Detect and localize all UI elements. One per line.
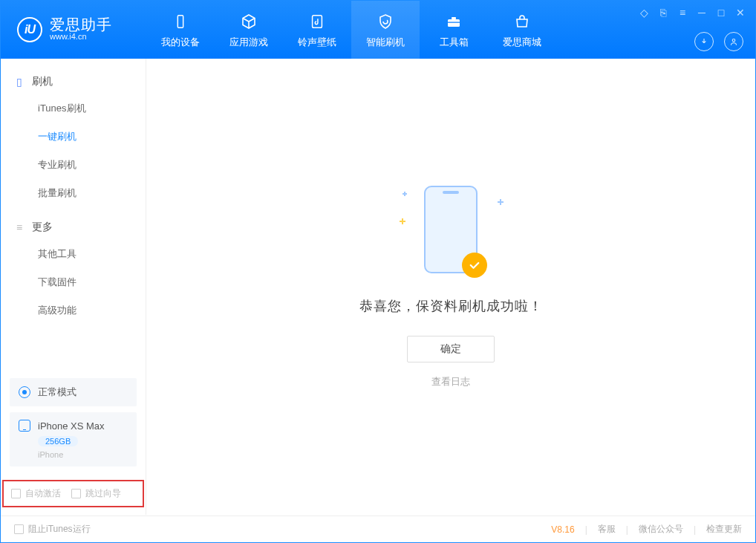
minimize-button[interactable]: ─ xyxy=(696,7,708,19)
version-label: V8.16 xyxy=(551,524,574,535)
svg-rect-4 xyxy=(448,22,460,22)
app-title: 爱思助手 www.i4.cn xyxy=(50,17,112,42)
footer-link-support[interactable]: 客服 xyxy=(598,523,616,536)
skip-guide-checkbox[interactable]: 跳过向导 xyxy=(71,487,121,500)
ok-button[interactable]: 确定 xyxy=(407,336,495,362)
cube-icon xyxy=(238,11,259,32)
device-mode-status[interactable]: 正常模式 xyxy=(10,378,137,406)
nav-store[interactable]: 爱思商城 xyxy=(488,1,556,59)
divider: | xyxy=(585,524,587,535)
lock-icon[interactable]: ⎘ xyxy=(657,7,669,19)
success-illustration xyxy=(395,186,506,282)
flash-options-highlight: 自动激活 跳过向导 xyxy=(2,480,144,507)
app-name-cn: 爱思助手 xyxy=(50,17,112,32)
svg-point-5 xyxy=(732,39,735,42)
footer-link-wechat[interactable]: 微信公众号 xyxy=(639,523,683,536)
view-log-link[interactable]: 查看日志 xyxy=(431,376,470,387)
toolbox-icon xyxy=(443,11,464,32)
tshirt-icon[interactable]: ◇ xyxy=(638,7,650,19)
nav-label: 应用游戏 xyxy=(229,36,268,49)
sidebar-item-download-firmware[interactable]: 下载固件 xyxy=(1,268,146,296)
maximize-button[interactable]: □ xyxy=(715,7,727,19)
divider: | xyxy=(626,524,628,535)
download-icon[interactable] xyxy=(694,32,714,51)
logo-block: 爱思助手 www.i4.cn xyxy=(1,1,146,59)
nav-label: 爱思商城 xyxy=(503,36,541,49)
nav-label: 我的设备 xyxy=(161,36,200,49)
device-icon xyxy=(170,11,191,32)
sparkle-icon xyxy=(400,218,405,224)
app-logo-icon xyxy=(17,17,42,42)
status-mode-label: 正常模式 xyxy=(38,386,76,399)
nav-label: 铃声壁纸 xyxy=(298,36,336,49)
main-content: 恭喜您，保资料刷机成功啦！ 确定 查看日志 xyxy=(146,59,755,515)
block-itunes-checkbox[interactable]: 阻止iTunes运行 xyxy=(14,523,91,536)
checkbox-icon xyxy=(11,489,21,498)
success-message: 恭喜您，保资料刷机成功啦！ xyxy=(359,297,543,315)
app-name-en: www.i4.cn xyxy=(50,32,112,42)
store-icon xyxy=(512,11,532,32)
checkbox-label: 自动激活 xyxy=(25,487,61,500)
sidebar-item-oneclick-flash[interactable]: 一键刷机 xyxy=(1,123,146,151)
svg-rect-2 xyxy=(448,19,460,27)
shield-refresh-icon xyxy=(375,11,396,32)
close-button[interactable]: ✕ xyxy=(734,7,746,19)
sidebar-item-pro-flash[interactable]: 专业刷机 xyxy=(1,151,146,179)
connected-device-card[interactable]: iPhone XS Max 256GB iPhone xyxy=(10,412,137,466)
status-dot-icon xyxy=(19,386,30,398)
checkbox-icon xyxy=(14,524,24,534)
sidebar-item-itunes-flash[interactable]: iTunes刷机 xyxy=(1,94,146,123)
success-panel: 恭喜您，保资料刷机成功啦！ 确定 查看日志 xyxy=(359,186,543,388)
svg-rect-0 xyxy=(177,15,183,27)
nav-my-device[interactable]: 我的设备 xyxy=(146,1,215,59)
check-badge-icon xyxy=(462,253,487,278)
user-icon[interactable] xyxy=(724,32,743,51)
nav-label: 工具箱 xyxy=(440,36,469,49)
sidebar-item-advanced[interactable]: 高级功能 xyxy=(1,296,146,325)
device-type: iPhone xyxy=(38,450,128,459)
menu-icon[interactable]: ≡ xyxy=(677,7,688,19)
sidebar-item-batch-flash[interactable]: 批量刷机 xyxy=(1,179,146,207)
nav-ringtone-wallpaper[interactable]: 铃声壁纸 xyxy=(283,1,351,59)
checkbox-label: 跳过向导 xyxy=(85,487,121,500)
sidebar-item-other-tools[interactable]: 其他工具 xyxy=(1,240,146,268)
music-file-icon xyxy=(307,11,328,32)
device-storage-badge: 256GB xyxy=(38,436,78,446)
divider: | xyxy=(694,524,696,535)
svg-rect-1 xyxy=(313,15,322,27)
sidebar: ▯ 刷机 iTunes刷机 一键刷机 专业刷机 批量刷机 ≡ 更多 其他工具 下… xyxy=(1,59,146,515)
app-header: 爱思助手 www.i4.cn 我的设备 应用游戏 铃声壁纸 智能刷机 工具箱 爱… xyxy=(1,1,755,59)
nav-apps-games[interactable]: 应用游戏 xyxy=(215,1,283,59)
svg-rect-3 xyxy=(452,17,456,19)
nav-smart-flash[interactable]: 智能刷机 xyxy=(351,1,420,59)
group-title: 更多 xyxy=(32,221,53,234)
footer-link-update[interactable]: 检查更新 xyxy=(706,523,742,536)
group-title: 刷机 xyxy=(32,75,53,88)
status-bar: 阻止iTunes运行 V8.16 | 客服 | 微信公众号 | 检查更新 xyxy=(1,516,755,542)
checkbox-icon xyxy=(71,489,81,498)
nav-label: 智能刷机 xyxy=(366,36,405,49)
sparkle-icon xyxy=(498,199,504,205)
phone-icon xyxy=(19,420,30,432)
list-icon: ≡ xyxy=(14,221,25,233)
auto-activate-checkbox[interactable]: 自动激活 xyxy=(11,487,61,500)
window-controls: ◇ ⎘ ≡ ─ □ ✕ xyxy=(638,7,746,19)
sidebar-group-more: ≡ 更多 xyxy=(1,215,146,240)
checkbox-label: 阻止iTunes运行 xyxy=(28,523,91,536)
header-actions xyxy=(694,32,743,51)
phone-outline-icon: ▯ xyxy=(14,76,25,88)
sidebar-group-flash: ▯ 刷机 xyxy=(1,69,146,94)
nav-toolbox[interactable]: 工具箱 xyxy=(420,1,488,59)
sparkle-icon xyxy=(403,192,407,196)
device-name: iPhone XS Max xyxy=(38,420,105,432)
main-nav: 我的设备 应用游戏 铃声壁纸 智能刷机 工具箱 爱思商城 xyxy=(146,1,556,59)
app-body: ▯ 刷机 iTunes刷机 一键刷机 专业刷机 批量刷机 ≡ 更多 其他工具 下… xyxy=(1,59,755,515)
